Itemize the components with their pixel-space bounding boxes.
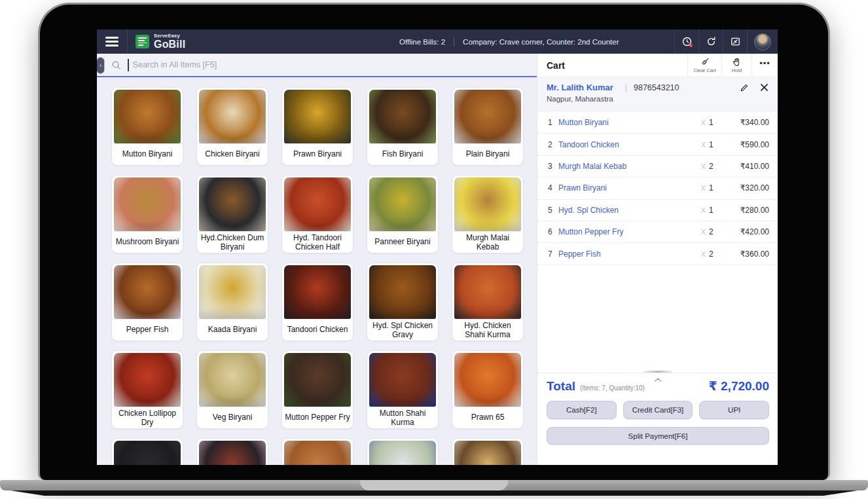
menu-card[interactable]: Mutton Pepper Fry (281, 350, 353, 429)
menu-card-partial[interactable] (111, 438, 183, 465)
cart-item-price: ₹420.00 (723, 227, 769, 236)
cart-item-number: 6 (548, 227, 558, 236)
quantity-mark: X (701, 119, 706, 126)
cart-item-row[interactable]: 5Hyd. Spl ChickenX1₹280.00 (537, 200, 778, 221)
menu-card[interactable]: Hyd. Spl Chicken Gravy (367, 263, 439, 341)
cart-item-quantity[interactable]: 1 (709, 206, 723, 215)
cart-item-row[interactable]: 6Mutton Pepper FryX2₹420.00 (537, 221, 778, 243)
menu-card[interactable]: Mushroom Biryani (111, 175, 183, 253)
food-image (454, 265, 521, 319)
cart-item-quantity[interactable]: 1 (709, 118, 723, 127)
menu-card-partial[interactable] (367, 438, 439, 465)
menu-card[interactable]: Hyd.Chicken Dum Biryani (196, 175, 268, 253)
split-payment-button[interactable]: Split Payment[F6] (547, 427, 769, 445)
cart-item-quantity[interactable]: 2 (709, 250, 723, 259)
cart-item-price: ₹410.00 (723, 162, 769, 171)
food-image (199, 90, 266, 143)
menu-panel: › Search in All Items [F5] Mutton Biryan… (97, 54, 537, 465)
screen-fit-icon (730, 36, 741, 47)
menu-card[interactable]: Pepper Fish (111, 263, 183, 341)
cart-item-quantity[interactable]: 1 (709, 140, 723, 149)
total-meta: (Items: 7, Quantity:10) (580, 384, 645, 392)
menu-card[interactable]: Prawn Biryani (281, 87, 353, 166)
menu-card[interactable]: Murgh Malai Kebab (452, 175, 524, 253)
menu-card-partial[interactable] (196, 438, 268, 465)
menu-card[interactable]: Kaada Biryani (196, 263, 268, 341)
hold-button[interactable]: Hold (721, 54, 751, 77)
cart-item-row[interactable]: 7Pepper FishX2₹360.00 (537, 243, 778, 265)
cart-item-name-link[interactable]: Hyd. Spl Chicken (558, 206, 701, 215)
menu-card[interactable]: Chicken Lollipop Dry (111, 350, 183, 429)
screen-fit-button[interactable] (723, 29, 747, 54)
food-image (114, 265, 181, 319)
menu-card[interactable]: Veg Biryani (196, 350, 268, 429)
cart-divider (537, 373, 778, 373)
cart-item-name-link[interactable]: Mutton Pepper Fry (558, 227, 701, 236)
search-input[interactable]: Search in All Items [F5] (133, 60, 217, 69)
menu-item-label: Veg Biryani (197, 407, 268, 428)
cart-more-menu-button[interactable]: ••• (751, 54, 778, 77)
session-info: Offline Bills: 2 Company: Crave corner, … (399, 29, 619, 54)
alert-badge (689, 44, 693, 47)
edit-customer-button[interactable] (740, 83, 749, 92)
menu-card[interactable]: Chicken Biryani (196, 87, 268, 166)
menu-card-partial[interactable] (281, 438, 353, 465)
cart-item-row[interactable]: 1Mutton BiryaniX1₹340.00 (537, 112, 778, 134)
menu-card[interactable]: Mutton Shahi Kurma (367, 350, 439, 429)
menu-card[interactable]: Prawn 65 (452, 350, 524, 429)
hamburger-menu-icon[interactable] (97, 29, 127, 54)
clear-cart-button[interactable]: Clear Cart (687, 54, 721, 77)
food-image (114, 353, 181, 407)
menu-card[interactable]: Tandoori Chicken (281, 263, 353, 341)
cart-panel: Cart Clear Cart Hold ••• (537, 54, 778, 465)
app-screen: ServeEasy GoBill Offline Bills: 2 Compan… (97, 29, 778, 465)
food-image (199, 353, 266, 407)
cart-item-name-link[interactable]: Pepper Fish (558, 250, 701, 259)
food-image (199, 265, 266, 319)
customer-address: Nagpur, Maharastra (547, 95, 769, 103)
cart-item-quantity[interactable]: 2 (709, 162, 723, 171)
cart-item-number: 3 (548, 162, 558, 171)
sidebar-expand-toggle[interactable]: › (97, 57, 105, 74)
cart-item-name-link[interactable]: Prawn Biryani (558, 183, 701, 193)
cart-item-row[interactable]: 2Tandoori ChickenX1₹590.00 (537, 134, 778, 155)
cart-item-row[interactable]: 3Murgh Malai KebabX2₹410.00 (537, 156, 778, 177)
menu-item-label: Plain Biryani (452, 143, 523, 165)
menu-card[interactable]: Panneer Biryani (367, 175, 439, 253)
cash-button[interactable]: Cash[F2] (547, 401, 617, 419)
menu-grid: Mutton BiryaniChicken BiryaniPrawn Birya… (97, 77, 537, 465)
close-icon (760, 83, 769, 92)
split-payment-row: Split Payment[F6] (547, 427, 769, 445)
user-profile-button[interactable] (747, 29, 778, 54)
cart-item-name-link[interactable]: Tandoori Chicken (558, 140, 701, 149)
cart-item-price: ₹590.00 (723, 140, 769, 149)
cart-item-row[interactable]: 4Prawn BiryaniX1₹320.00 (537, 177, 778, 199)
cart-item-price: ₹360.00 (723, 250, 769, 259)
customer-name-link[interactable]: Mr. Lalith Kumar (547, 83, 613, 92)
quantity-mark: X (701, 184, 706, 192)
refresh-button[interactable] (698, 29, 723, 54)
menu-card[interactable]: Plain Biryani (452, 87, 524, 166)
pending-sync-button[interactable] (674, 29, 698, 54)
payment-buttons-row: Cash[F2] Credit Card[F3] UPI (547, 401, 769, 419)
cart-item-name-link[interactable]: Mutton Biryani (558, 118, 701, 127)
cart-item-name-link[interactable]: Murgh Malai Kebab (558, 162, 701, 171)
menu-card[interactable]: Hyd. Tandoori Chicken Half (281, 175, 353, 253)
food-image (284, 441, 351, 465)
credit-card-button[interactable]: Credit Card[F3] (623, 401, 693, 419)
cart-item-quantity[interactable]: 2 (709, 227, 723, 236)
quantity-mark: X (701, 228, 706, 236)
menu-card[interactable]: Fish Biryani (367, 87, 439, 166)
cart-item-quantity[interactable]: 1 (709, 183, 723, 193)
menu-card[interactable]: Hyd. Chicken Shahi Kurma Gravy (452, 263, 524, 341)
menu-card-partial[interactable] (452, 438, 524, 465)
remove-customer-button[interactable] (760, 83, 769, 92)
menu-item-label: Tandoori Chicken (282, 319, 353, 341)
menu-card[interactable]: Mutton Biryani (111, 87, 183, 166)
search-bar[interactable]: › Search in All Items [F5] (97, 54, 537, 77)
upi-button[interactable]: UPI (699, 401, 769, 419)
app-logo: ServeEasy GoBill (128, 33, 193, 50)
food-image (114, 441, 181, 465)
cart-item-price: ₹280.00 (723, 206, 769, 215)
cart-item-number: 5 (548, 206, 558, 215)
